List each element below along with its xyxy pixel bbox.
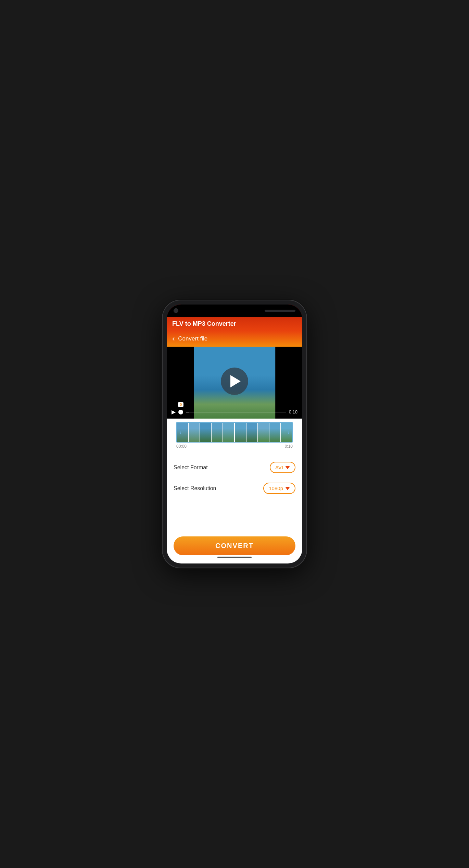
- format-dropdown-arrow-icon: [285, 466, 290, 469]
- time-start: 00:00: [176, 444, 187, 449]
- time-end: 0:10: [285, 444, 293, 449]
- camera-icon: [174, 308, 178, 313]
- player-controls: ▶ 0 0:10: [167, 406, 302, 419]
- time-label: 0:10: [289, 409, 297, 414]
- video-player: ▶ 0 0:10: [167, 347, 302, 419]
- resolution-row: Select Resolution 1080p: [174, 478, 295, 499]
- progress-fill: [186, 412, 189, 412]
- format-dropdown[interactable]: AVI: [270, 462, 295, 473]
- settings-area: Select Format AVI Select Resolution 1080…: [167, 454, 302, 531]
- app-content: 12:29: [167, 305, 302, 563]
- app-bar: FLV to MP3 Converter: [167, 317, 302, 331]
- film-frame: [212, 423, 223, 442]
- content-panel: ‹ ›: [167, 419, 302, 563]
- speaker-icon: [265, 310, 295, 312]
- back-button[interactable]: ‹: [172, 334, 175, 343]
- resolution-label: Select Resolution: [174, 485, 216, 492]
- seek-thumb[interactable]: 0: [178, 410, 183, 414]
- play-button[interactable]: [221, 368, 248, 395]
- resolution-dropdown[interactable]: 1080p: [263, 483, 295, 494]
- notch: [167, 305, 302, 317]
- film-frame: [223, 423, 234, 442]
- app-title: FLV to MP3 Converter: [172, 320, 236, 327]
- film-frame: [246, 423, 257, 442]
- seek-badge: 0: [178, 402, 183, 407]
- convert-btn-area: CONVERT: [167, 531, 302, 563]
- film-nav-left-button[interactable]: ‹: [176, 422, 185, 443]
- play-icon: [230, 375, 241, 387]
- home-bar[interactable]: [217, 557, 252, 558]
- format-row: Select Format AVI: [174, 457, 295, 478]
- resolution-value: 1080p: [269, 485, 283, 491]
- film-frame: [258, 423, 269, 442]
- format-label: Select Format: [174, 464, 208, 471]
- film-strip: [176, 422, 293, 443]
- sub-bar-title: Convert file: [178, 335, 207, 342]
- film-frame: [235, 423, 246, 442]
- film-frame: [200, 423, 211, 442]
- film-frame: [269, 423, 280, 442]
- resolution-dropdown-arrow-icon: [285, 487, 290, 490]
- film-strip-wrapper: ‹ ›: [176, 422, 293, 443]
- sub-bar[interactable]: ‹ Convert file: [167, 331, 302, 347]
- phone-screen: 12:29: [167, 305, 302, 563]
- progress-track[interactable]: [186, 412, 286, 412]
- convert-button[interactable]: CONVERT: [174, 536, 295, 555]
- phone-device: 12:29: [163, 300, 306, 568]
- film-frame: [189, 423, 200, 442]
- time-labels: 00:00 0:10: [167, 443, 302, 450]
- film-nav-right-button[interactable]: ›: [284, 422, 293, 443]
- format-value: AVI: [275, 464, 283, 470]
- play-small-button[interactable]: ▶: [172, 409, 176, 415]
- film-strip-container: ‹ ›: [167, 419, 302, 454]
